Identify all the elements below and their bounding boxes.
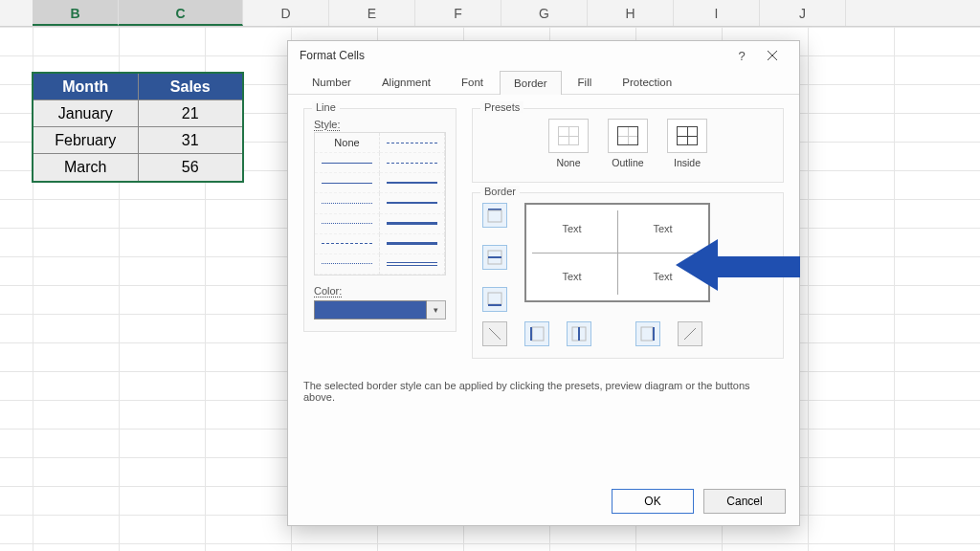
preset-outline-icon [608, 119, 648, 153]
col-header-e[interactable]: E [329, 0, 415, 26]
tab-alignment[interactable]: Alignment [368, 70, 445, 94]
ok-button[interactable]: OK [612, 489, 694, 514]
cancel-button[interactable]: Cancel [703, 489, 786, 514]
arrow-head-icon [676, 239, 718, 291]
col-header-g[interactable]: G [501, 0, 588, 26]
table-header-row: Month Sales [33, 74, 242, 100]
line-style-picker[interactable]: None [314, 132, 446, 276]
arrow-shaft [714, 256, 800, 277]
color-dropdown[interactable]: ▾ [427, 300, 446, 320]
col-header-c[interactable]: C [119, 0, 243, 26]
style-opt[interactable] [380, 133, 445, 153]
callout-arrow [685, 239, 800, 291]
tab-fill[interactable]: Fill [564, 70, 607, 94]
border-group-label: Border [480, 186, 520, 197]
style-opt[interactable] [315, 214, 380, 234]
tab-number[interactable]: Number [298, 70, 366, 94]
svg-rect-6 [488, 293, 501, 304]
style-opt[interactable] [315, 254, 380, 275]
svg-rect-5 [488, 256, 501, 258]
col-header-f[interactable]: F [415, 0, 501, 26]
preview-cell: Text [526, 205, 617, 253]
svg-rect-9 [532, 327, 544, 341]
line-group: Line Style: None [303, 108, 457, 332]
table-row: February 31 [33, 127, 242, 154]
col-header-h[interactable]: H [588, 0, 674, 26]
dialog-title: Format Cells [300, 49, 365, 62]
help-button[interactable]: ? [726, 42, 757, 69]
style-opt[interactable] [380, 193, 445, 213]
line-group-label: Line [312, 101, 340, 113]
presets-group: Presets None Outline Inside [472, 108, 784, 183]
presets-group-label: Presets [480, 101, 523, 113]
tab-font[interactable]: Font [447, 70, 498, 94]
preset-inside-icon [667, 119, 707, 153]
style-opt[interactable] [315, 234, 380, 254]
border-top-button[interactable] [482, 203, 507, 228]
border-diag-down-button[interactable] [482, 321, 507, 346]
color-swatch[interactable] [314, 300, 427, 320]
style-label: Style: [314, 119, 446, 130]
cell-sales: 31 [139, 127, 243, 154]
svg-rect-3 [488, 210, 501, 222]
preset-none[interactable]: None [548, 119, 589, 168]
tab-border[interactable]: Border [500, 71, 562, 95]
dialog-tabs: Number Alignment Font Border Fill Protec… [288, 70, 799, 95]
style-opt[interactable] [380, 214, 445, 234]
table-row: March 56 [33, 154, 242, 181]
color-label: Color: [314, 285, 446, 297]
data-table[interactable]: Month Sales January 21 February 31 March… [33, 73, 243, 182]
table-row: January 21 [33, 100, 242, 127]
svg-line-15 [684, 328, 696, 340]
border-right-button[interactable] [635, 321, 660, 346]
preset-none-icon [548, 119, 589, 153]
col-header-d[interactable]: D [243, 0, 329, 26]
style-opt[interactable] [380, 234, 445, 254]
column-headers: B C D E F G H I J [0, 0, 980, 27]
preset-inside-label: Inside [674, 157, 701, 168]
hint-text: The selected border style can be applied… [303, 380, 784, 403]
close-icon [768, 51, 777, 60]
tab-protection[interactable]: Protection [608, 70, 686, 94]
header-month: Month [33, 74, 139, 100]
preset-none-label: None [556, 157, 580, 168]
cell-month: February [33, 127, 139, 154]
close-button[interactable] [757, 42, 788, 69]
border-hmid-button[interactable] [482, 245, 507, 270]
cell-sales: 56 [139, 154, 243, 181]
preset-outline-label: Outline [612, 157, 643, 168]
style-opt[interactable] [380, 173, 445, 193]
cell-month: March [33, 154, 139, 181]
border-vmid-button[interactable] [567, 321, 591, 346]
svg-rect-13 [641, 327, 653, 341]
style-opt[interactable] [315, 193, 380, 213]
border-left-button[interactable] [524, 321, 549, 346]
style-opt[interactable] [380, 153, 445, 173]
header-sales: Sales [139, 74, 243, 100]
col-header-b[interactable]: B [33, 0, 119, 26]
svg-rect-14 [653, 327, 655, 341]
style-none[interactable]: None [315, 133, 380, 153]
svg-line-8 [489, 328, 501, 340]
border-bottom-button[interactable] [482, 287, 507, 312]
svg-rect-10 [530, 327, 532, 341]
preview-cell: Text [526, 253, 617, 300]
preset-inside[interactable]: Inside [667, 119, 707, 168]
style-opt[interactable] [315, 173, 380, 193]
svg-rect-12 [578, 327, 580, 341]
col-header-j[interactable]: J [760, 0, 846, 26]
border-diag-up-button[interactable] [678, 321, 702, 346]
style-opt[interactable] [380, 254, 445, 275]
style-opt[interactable] [315, 153, 380, 173]
cell-month: January [33, 100, 139, 127]
dialog-titlebar[interactable]: Format Cells ? [288, 41, 799, 70]
cell-sales: 21 [139, 100, 243, 127]
preset-outline[interactable]: Outline [608, 119, 648, 168]
svg-rect-7 [488, 304, 501, 306]
col-header-i[interactable]: I [674, 0, 760, 26]
